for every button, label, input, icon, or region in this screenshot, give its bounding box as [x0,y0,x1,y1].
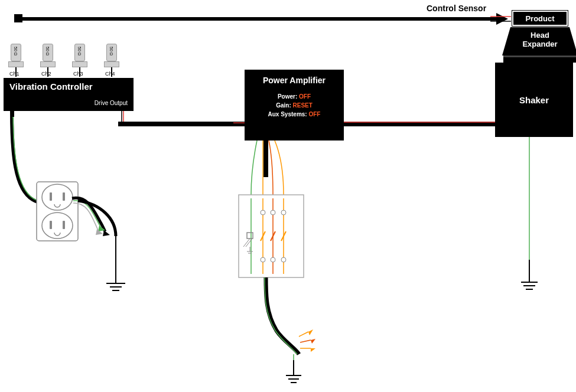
product-box: Product [512,11,568,26]
controller-title: Vibration Controller [9,81,128,92]
svg-marker-22 [103,230,110,236]
svg-line-40 [261,231,265,241]
svg-rect-19 [63,192,65,201]
control-sensor-label: Control Sensor [427,4,486,13]
svg-line-45 [246,239,252,247]
svg-rect-21 [63,221,65,229]
svg-point-37 [261,257,265,262]
svg-rect-15 [37,182,78,241]
svg-point-35 [271,210,275,215]
ch4-label: Ch4 [105,71,115,77]
ch2-label: Ch2 [41,71,51,77]
svg-rect-0 [14,17,503,21]
svg-rect-43 [247,233,253,239]
svg-rect-1 [14,14,22,22]
svg-point-36 [281,210,286,215]
svg-line-41 [271,231,275,241]
svg-line-49 [299,332,308,337]
expander-label: Expander [502,40,576,48]
controller-connectors: 50 Ω 50 Ω 50 Ω 50 Ω Ch1 Ch2 Ch3 Ch4 [6,44,136,78]
svg-rect-29 [239,195,304,277]
amp-aux-label: Aux Systems: [268,111,307,117]
svg-rect-20 [50,221,52,229]
svg-marker-2 [496,13,508,25]
amp-power-value: OFF [299,93,311,100]
drive-output-label: Drive Output [9,100,128,106]
svg-line-51 [300,340,311,342]
controller-pwr-stub [11,111,14,117]
svg-point-38 [271,257,275,262]
ch3-label: Ch3 [73,71,83,77]
svg-marker-23 [98,226,105,231]
shaker-box: Shaker [495,63,573,137]
power-amplifier-box: Power Amplifier Power: OFF Gain: RESET A… [245,70,344,141]
svg-marker-24 [96,229,103,235]
amp-gain-value: RESET [293,102,313,109]
amp-aux-value: OFF [308,111,320,117]
svg-point-39 [281,257,286,262]
svg-marker-52 [311,339,315,344]
amp-power-label: Power: [278,93,297,100]
amp-gain-label: Gain: [276,102,291,109]
expander-base [503,55,576,63]
vibration-controller-box: Vibration Controller Drive Output [4,78,134,111]
svg-line-44 [243,239,250,247]
amp-title: Power Amplifier [250,76,338,85]
svg-rect-10 [233,122,245,126]
ch1-label: Ch1 [9,71,19,77]
svg-rect-18 [50,192,52,201]
svg-rect-12 [343,122,496,126]
svg-marker-50 [308,329,313,335]
head-label: Head [502,31,576,40]
svg-point-34 [261,210,265,215]
svg-rect-9 [118,122,243,126]
svg-point-16 [42,184,73,210]
svg-point-17 [42,213,73,239]
head-expander: Head Expander [502,27,576,55]
svg-line-42 [281,231,286,241]
svg-marker-54 [311,348,315,352]
